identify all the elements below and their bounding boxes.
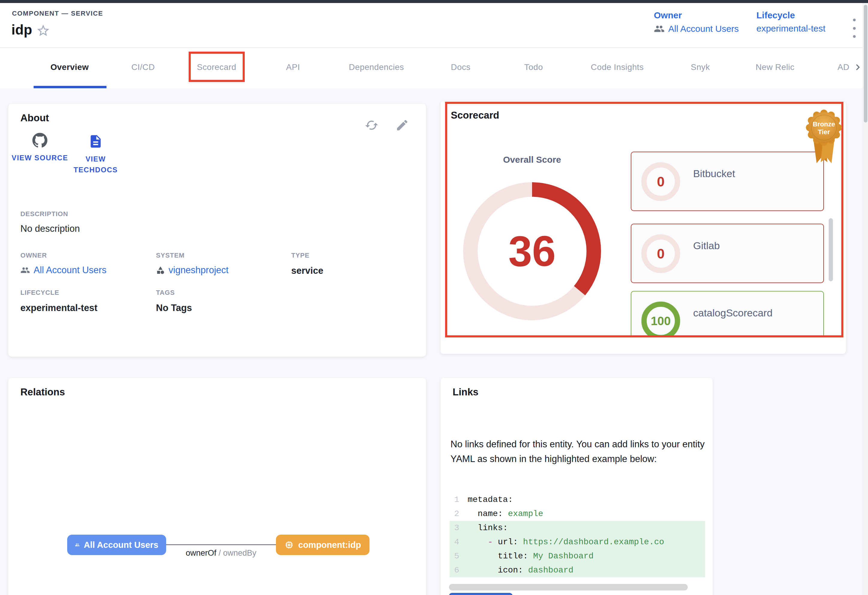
people-icon xyxy=(21,265,30,275)
description-label: DESCRIPTION xyxy=(21,210,68,218)
view-source-link[interactable]: VIEW SOURCE xyxy=(12,133,68,163)
people-icon xyxy=(75,540,80,550)
page-scrollbar-thumb[interactable] xyxy=(864,5,867,123)
header-owner-value[interactable]: All Account Users xyxy=(654,24,739,34)
overall-score-value: 36 xyxy=(459,179,605,324)
edge-reverse: ownedBy xyxy=(223,548,257,558)
links-card: Links No links defined for this entity. … xyxy=(441,378,713,595)
scorecard-card-title: Scorecard xyxy=(451,110,499,121)
edge-separator: / xyxy=(216,548,223,558)
edge-forward: ownerOf xyxy=(186,548,216,558)
header-owner-label[interactable]: Owner xyxy=(654,10,739,21)
tabs-scroll-chevron-right-icon[interactable] xyxy=(852,61,864,73)
relation-edge-label: ownerOf / ownedBy xyxy=(166,548,276,558)
about-card: About VIEW SOURCE VIEW TECHDOCS DESCRIPT… xyxy=(8,104,426,357)
tab-dependencies[interactable]: Dependencies xyxy=(349,62,404,72)
bitbucket-label: Bitbucket xyxy=(693,168,735,179)
lifecycle-label: LIFECYCLE xyxy=(21,289,59,297)
badge-line2: Tier xyxy=(818,128,830,136)
system-category-icon xyxy=(156,266,165,275)
tab-cicd[interactable]: CI/CD xyxy=(131,62,155,72)
window-top-strip xyxy=(0,0,868,3)
favorite-star-icon[interactable] xyxy=(36,24,50,38)
gitlab-score: 0 xyxy=(640,233,681,274)
relations-card-title: Relations xyxy=(21,386,65,398)
edit-pencil-icon[interactable] xyxy=(395,118,409,132)
header-owner-link: All Account Users xyxy=(668,24,739,34)
chip-icon xyxy=(284,540,294,550)
system-value-link[interactable]: vigneshproject xyxy=(156,265,229,275)
tab-scorecard[interactable]: Scorecard xyxy=(197,62,236,72)
description-value: No description xyxy=(21,223,80,234)
people-icon xyxy=(654,24,665,34)
code-line: 2 name: example xyxy=(450,507,705,521)
owner-label: OWNER xyxy=(21,252,47,259)
about-card-title: About xyxy=(21,112,49,124)
scorecard-item-catalogscorecard[interactable]: 100 catalogScorecard xyxy=(631,291,824,337)
catalogscorecard-label: catalogScorecard xyxy=(693,307,773,319)
lifecycle-value: experimental-test xyxy=(21,303,97,314)
catalogscorecard-gauge: 100 xyxy=(640,300,681,337)
bitbucket-score: 0 xyxy=(640,161,681,202)
tags-value: No Tags xyxy=(156,303,192,314)
header-owner-block: Owner All Account Users xyxy=(654,10,739,34)
tab-new-relic[interactable]: New Relic xyxy=(756,62,794,72)
view-techdocs-link[interactable]: VIEW TECHDOCS xyxy=(67,134,124,175)
github-icon xyxy=(32,133,47,148)
tab-overview[interactable]: Overview xyxy=(50,62,89,72)
code-line-highlighted: 3 links: xyxy=(450,521,705,535)
read-more-button-clipped[interactable] xyxy=(449,593,512,595)
tab-ad-truncated[interactable]: AD xyxy=(837,62,849,72)
type-value: service xyxy=(291,265,323,276)
scorecard-list-scrollbar-thumb[interactable] xyxy=(829,218,833,281)
tab-snyk[interactable]: Snyk xyxy=(691,62,710,72)
code-horizontal-scrollbar[interactable] xyxy=(449,584,688,591)
active-tab-underline xyxy=(34,86,106,88)
header-lifecycle-value[interactable]: experimental-test xyxy=(756,24,825,34)
relation-node-component-label: component:idp xyxy=(298,540,361,550)
refresh-icon[interactable] xyxy=(365,118,378,132)
code-line-highlighted: 4 - url: https://dashboard.example.co xyxy=(450,535,705,549)
links-card-title: Links xyxy=(453,386,478,398)
tab-api[interactable]: API xyxy=(286,62,300,72)
system-label: SYSTEM xyxy=(156,252,185,259)
tab-code-insights[interactable]: Code Insights xyxy=(591,62,644,72)
page-scrollbar-track xyxy=(863,3,868,595)
badge-line1: Bronze xyxy=(813,120,835,128)
bronze-tier-badge: Bronze Tier xyxy=(804,109,844,167)
gitlab-label: Gitlab xyxy=(693,240,720,252)
scorecard-provider-list: 0 Bitbucket 0 Gitlab 100 catalogScorecar… xyxy=(631,149,825,337)
header-lifecycle-label[interactable]: Lifecycle xyxy=(756,10,825,21)
catalogscorecard-score: 100 xyxy=(640,300,681,337)
bitbucket-gauge: 0 xyxy=(640,161,681,202)
tab-todo[interactable]: Todo xyxy=(524,62,543,72)
view-techdocs-label: VIEW TECHDOCS xyxy=(67,154,124,175)
tags-label: TAGS xyxy=(156,289,175,297)
entity-tabbar: Overview CI/CD Scorecard API Dependencie… xyxy=(0,48,868,88)
header-lifecycle-block: Lifecycle experimental-test xyxy=(756,10,825,34)
techdocs-icon xyxy=(88,134,103,149)
entity-header: COMPONENT — SERVICE idp Owner All Accoun… xyxy=(0,3,868,48)
relation-node-component[interactable]: component:idp xyxy=(276,535,369,555)
entity-title: idp xyxy=(12,22,32,38)
entity-overview-page: COMPONENT — SERVICE idp Owner All Accoun… xyxy=(0,0,868,595)
relation-node-owner[interactable]: All Account Users xyxy=(67,535,166,555)
type-label: TYPE xyxy=(291,252,310,259)
links-empty-text: No links defined for this entity. You ca… xyxy=(450,437,706,466)
code-line: 1metadata: xyxy=(450,493,705,507)
scorecard-card: Scorecard xyxy=(441,101,846,354)
tab-docs[interactable]: Docs xyxy=(451,62,470,72)
relation-node-owner-label: All Account Users xyxy=(84,540,158,550)
view-source-label: VIEW SOURCE xyxy=(12,152,68,163)
relations-card: Relations ownerOf / ownedBy All Account … xyxy=(8,378,426,595)
entity-kind-breadcrumb: COMPONENT — SERVICE xyxy=(12,10,103,18)
overall-score-label: Overall Score xyxy=(487,155,577,165)
owner-value-link[interactable]: All Account Users xyxy=(21,265,106,275)
scorecard-item-bitbucket[interactable]: 0 Bitbucket xyxy=(631,152,824,211)
gitlab-gauge: 0 xyxy=(640,233,681,274)
code-line-highlighted: 5 title: My Dashboard xyxy=(450,549,705,563)
more-options-kebab-icon[interactable] xyxy=(848,19,860,38)
overall-score-gauge: 36 xyxy=(459,179,605,324)
scorecard-item-gitlab[interactable]: 0 Gitlab xyxy=(631,223,824,283)
relation-edge-line xyxy=(166,544,276,545)
